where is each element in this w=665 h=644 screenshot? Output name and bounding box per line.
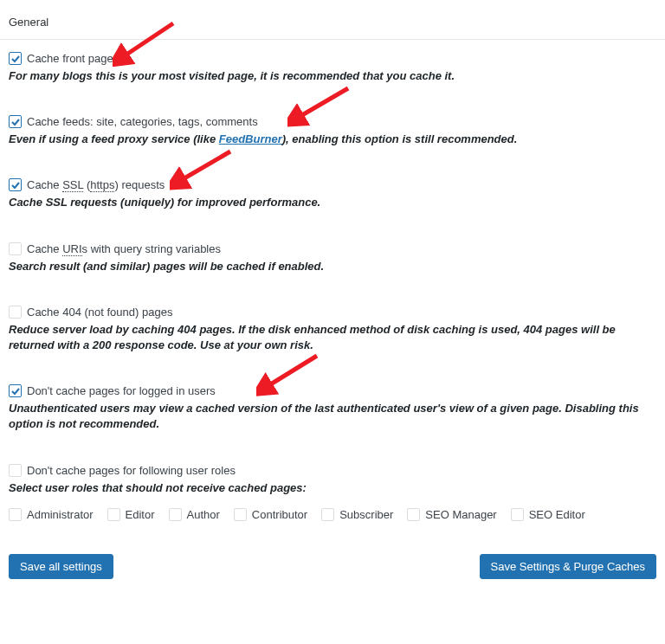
checkbox-user-roles[interactable] xyxy=(9,464,22,477)
option-feeds: Cache feeds: site, categories, tags, com… xyxy=(0,103,665,152)
checkbox-role-contributor[interactable] xyxy=(234,508,247,521)
option-404: Cache 404 (not found) pages Reduce serve… xyxy=(0,293,665,358)
option-description: Unauthenticated users may view a cached … xyxy=(9,401,656,432)
save-all-button[interactable]: Save all settings xyxy=(9,554,113,579)
label-part: Cache xyxy=(27,242,62,255)
role-item: Subscriber xyxy=(321,508,393,521)
option-label: Cache URIs with query string variables xyxy=(27,242,221,255)
option-description: Search result (and similar) pages will b… xyxy=(9,259,656,274)
abbr-https: https xyxy=(90,178,114,192)
checkmark-icon xyxy=(10,54,21,64)
option-row: Cache URIs with query string variables xyxy=(9,242,656,255)
role-item: Contributor xyxy=(234,508,307,521)
option-description: Even if using a feed proxy service (like… xyxy=(9,132,656,147)
role-label: Administrator xyxy=(27,508,94,521)
save-purge-button[interactable]: Save Settings & Purge Caches xyxy=(480,554,657,579)
checkbox-logged-in[interactable] xyxy=(9,384,22,397)
option-description: Select user roles that should not receiv… xyxy=(9,480,656,496)
svg-line-5 xyxy=(178,151,230,182)
option-front-page: Cache front page For many blogs this is … xyxy=(0,40,665,89)
checkbox-front-page[interactable] xyxy=(9,52,22,65)
roles-list: Administrator Editor Author Contributor … xyxy=(9,508,656,521)
checkbox-404[interactable] xyxy=(9,306,22,319)
option-description: For many blogs this is your most visited… xyxy=(9,68,656,84)
option-query-string: Cache URIs with query string variables S… xyxy=(0,230,665,280)
role-label: Contributor xyxy=(252,508,307,521)
checkmark-icon xyxy=(10,180,21,190)
section-header: General xyxy=(0,0,665,40)
checkbox-role-author[interactable] xyxy=(169,508,182,521)
desc-text: Even if using a feed proxy service (like xyxy=(9,132,219,145)
checkmark-icon xyxy=(10,117,21,127)
label-part: s with query string variables xyxy=(82,242,221,255)
abbr-ssl: SSL xyxy=(62,178,83,192)
option-row: Cache feeds: site, categories, tags, com… xyxy=(9,115,656,128)
option-label: Don't cache pages for following user rol… xyxy=(27,464,236,477)
option-row: Don't cache pages for following user rol… xyxy=(9,464,656,477)
svg-line-7 xyxy=(265,356,317,388)
label-part: requests xyxy=(119,178,165,191)
abbr-uri: URI xyxy=(62,242,81,256)
option-label: Cache SSL (https) requests xyxy=(27,178,165,191)
checkbox-role-administrator[interactable] xyxy=(9,508,22,521)
role-label: Author xyxy=(187,508,220,521)
option-label: Cache 404 (not found) pages xyxy=(27,306,172,319)
checkbox-role-seo-editor[interactable] xyxy=(511,508,524,521)
option-description: Cache SSL requests (uniquely) for improv… xyxy=(9,195,656,210)
role-item: Author xyxy=(169,508,220,521)
option-description: Reduce server load by caching 404 pages.… xyxy=(9,322,656,353)
checkbox-role-subscriber[interactable] xyxy=(321,508,334,521)
option-ssl: Cache SSL (https) requests Cache SSL req… xyxy=(0,166,665,216)
role-label: SEO Manager xyxy=(425,508,496,521)
footer-actions: Save all settings Save Settings & Purge … xyxy=(0,537,665,605)
option-row: Cache SSL (https) requests xyxy=(9,178,656,191)
checkbox-role-editor[interactable] xyxy=(107,508,120,521)
option-logged-in: Don't cache pages for logged in users Un… xyxy=(0,372,665,437)
checkbox-query-string[interactable] xyxy=(9,242,22,255)
option-label: Cache front page xyxy=(27,52,113,65)
option-row: Cache front page xyxy=(9,52,656,65)
section-title: General xyxy=(9,16,656,29)
checkbox-ssl[interactable] xyxy=(9,178,22,191)
role-item: Editor xyxy=(107,508,155,521)
option-label: Don't cache pages for logged in users xyxy=(27,384,216,397)
checkbox-feeds[interactable] xyxy=(9,115,22,128)
role-item: Administrator xyxy=(9,508,94,521)
role-item: SEO Manager xyxy=(407,508,496,521)
option-row: Cache 404 (not found) pages xyxy=(9,306,656,319)
svg-line-3 xyxy=(296,88,348,119)
checkbox-role-seo-manager[interactable] xyxy=(407,508,420,521)
checkmark-icon xyxy=(10,386,21,396)
option-label: Cache feeds: site, categories, tags, com… xyxy=(27,115,258,128)
desc-text: ), enabling this option is still recomme… xyxy=(282,132,518,145)
option-row: Don't cache pages for logged in users xyxy=(9,384,656,397)
label-part: Cache xyxy=(27,178,62,191)
role-label: SEO Editor xyxy=(529,508,585,521)
feedburner-link[interactable]: FeedBurner xyxy=(219,132,282,145)
role-label: Subscriber xyxy=(339,508,393,521)
option-user-roles: Don't cache pages for following user rol… xyxy=(0,452,665,526)
role-label: Editor xyxy=(126,508,155,521)
role-item: SEO Editor xyxy=(511,508,585,521)
